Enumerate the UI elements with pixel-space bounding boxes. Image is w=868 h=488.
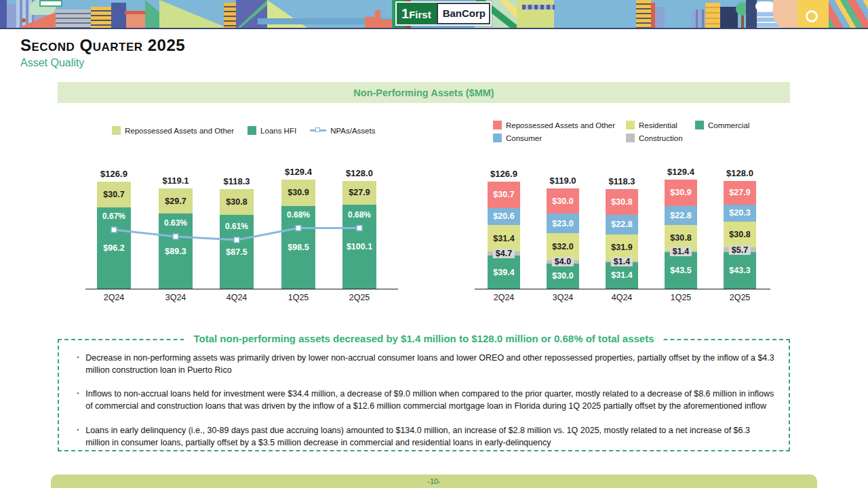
legend-swatch [112,126,121,135]
bar-value-label: $30.8 [215,197,258,207]
bar-value-label: $4.7 [493,249,515,258]
npa-pct-label: 0.67% [92,211,136,221]
bar-value-label: $30.9 [277,188,320,197]
x-axis [475,289,770,289]
banner-shape [636,0,651,29]
bullet-text: Loans in early delinquency (i.e., 30-89 … [85,424,775,449]
legend-item: Repossessed Assets and Other [112,126,234,135]
bar-total-label: $129.4 [657,167,705,177]
npa-pct-label: 0.68% [277,210,320,220]
chart-npa-summary: $96.2$30.7$126.92Q24$89.3$29.7$119.13Q24… [85,163,398,308]
bar-value-label: $89.3 [154,247,197,256]
bar-value-label: $29.7 [154,197,197,206]
banner-shape [22,18,26,22]
legend-item: Residential [626,121,695,129]
banner-shape [522,5,555,9]
bar-value-label: $30.0 [541,197,585,206]
legend-label: NPAs/Assets [330,127,375,135]
section-title: Non-Performing Assets ($MM) [353,87,494,98]
bullet-item: ▪Inflows to non-accrual loans held for i… [77,388,775,412]
banner-shape [111,3,126,29]
npa-pct-label: 0.68% [338,210,381,220]
legend-swatch [493,134,502,142]
banner-shape [159,0,231,29]
banner-shape [720,7,738,29]
legend-label: Repossessed Assets and Other [125,127,234,135]
axis-tick-label: 2Q25 [716,293,764,302]
section-title-bar: Non-Performing Assets ($MM) [58,82,790,103]
axis-tick-label: 1Q25 [657,293,705,302]
axis-tick-label: 2Q24 [480,293,528,302]
round-window-icon [806,10,818,22]
legend-label: Consumer [506,134,542,142]
first-bancorp-logo: 1First BanCorp [395,1,492,26]
banner-shape [126,14,145,29]
bar-value-label: $30.9 [659,188,703,197]
bar-value-label: $87.5 [215,247,258,257]
legend-swatch [695,121,704,129]
bar-total-label: $118.3 [598,176,646,186]
page-number: -10- [427,477,441,485]
bar-total-label: $126.9 [480,169,528,179]
npa-pct-label: 0.63% [154,218,197,228]
banner-shape [705,3,720,29]
banner-shape [224,3,236,29]
bar-value-label: $43.3 [718,266,762,275]
legend-item: Commercial [695,121,749,129]
bar-value-label: $30.8 [718,230,762,239]
bullet-square-icon: ▪ [77,388,79,412]
bar-value-label: $30.8 [600,197,644,207]
bar-value-label: $43.5 [659,266,703,275]
banner-shape [54,9,91,29]
bar-value-label: $39.4 [482,268,526,277]
legend-label: Repossessed Assets and Other [506,121,615,129]
bar-value-label: $30.7 [92,190,136,199]
legend-swatch [626,121,635,129]
logo-bancorp-text: BanCorp [437,3,490,24]
legend-item: Repossessed Assets and Other [493,121,626,129]
bar-value-label: $96.2 [92,243,136,253]
bar-value-label: $98.5 [277,243,320,252]
callout-headline: Total non-performing assets decreased by… [184,333,663,344]
banner-shape [655,7,665,29]
banner-shape [7,4,16,29]
bar-value-label: $30.8 [659,233,703,243]
axis-tick-label: 4Q24 [598,293,646,302]
legend-swatch [626,134,635,142]
bullet-text: Decrease in non-performing assets was pr… [85,352,775,376]
bar-value-label: $1.4 [611,257,633,266]
page-subtitle: Asset Quality [20,57,84,69]
legend-swatch [248,126,256,135]
bar-total-label: $128.0 [716,168,764,178]
bar-value-label: $1.4 [670,247,692,256]
banner-shape [39,0,62,7]
bullet-square-icon: ▪ [77,352,79,376]
banner-shape [267,0,309,29]
banner-illustration: 1First BanCorp [0,0,868,29]
chart-npa-by-category: $39.4$4.7$31.4$20.6$30.7$126.92Q24$30.0$… [475,163,770,308]
bar-value-label: $5.7 [729,245,751,255]
logo-first-text: 1First [397,3,437,24]
bar-value-label: $4.0 [552,257,574,266]
bar-value-label: $20.3 [718,208,762,218]
legend-item: Loans HFI [248,126,296,135]
legend-item: Consumer [493,134,626,142]
banner-shape [741,14,744,29]
legend-label: Construction [639,134,683,142]
bar-total-label: $119.0 [539,176,587,186]
npa-line-marker-icon [310,129,326,131]
bullet-square-icon: ▪ [77,424,79,449]
banner-shape [91,7,111,29]
bar-value-label: $30.0 [541,271,585,281]
axis-tick-label: 3Q24 [539,293,587,302]
bar-value-label: $100.1 [338,242,381,251]
bar-value-label: $30.7 [482,190,526,199]
npa-pct-label: 0.61% [215,222,258,231]
bar-value-label: $31.9 [600,243,644,252]
bar-value-label: $31.4 [600,270,644,280]
legend-left-chart: Repossessed Assets and OtherLoans HFINPA… [112,126,375,135]
npa-ratio-line [85,163,398,308]
banner-shape [755,1,774,12]
bar-value-label: $32.0 [541,242,585,251]
banner-shape [365,10,393,29]
